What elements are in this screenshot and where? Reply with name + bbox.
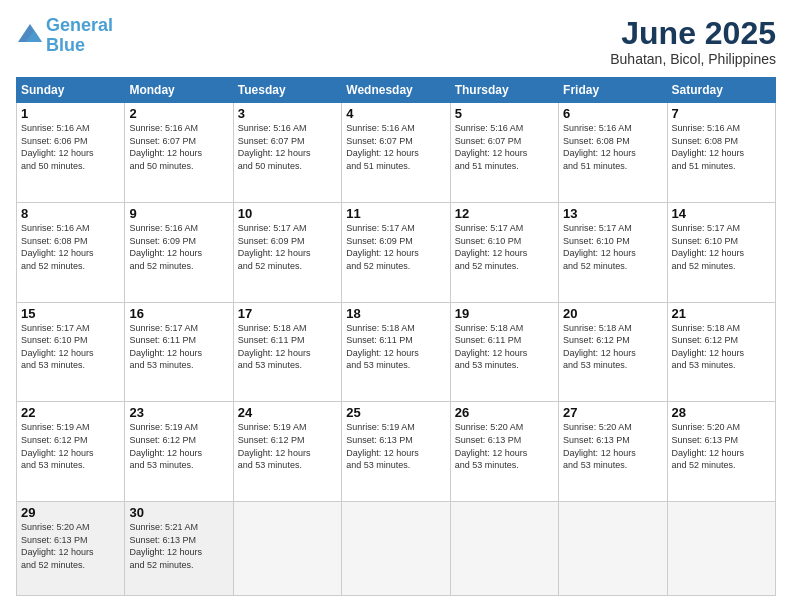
day-number: 8 bbox=[21, 206, 120, 221]
calendar-week-2: 8Sunrise: 5:16 AM Sunset: 6:08 PM Daylig… bbox=[17, 202, 776, 302]
day-info: Sunrise: 5:17 AM Sunset: 6:11 PM Dayligh… bbox=[129, 322, 228, 372]
day-info: Sunrise: 5:16 AM Sunset: 6:08 PM Dayligh… bbox=[672, 122, 771, 172]
day-number: 13 bbox=[563, 206, 662, 221]
weekday-wednesday: Wednesday bbox=[342, 78, 450, 103]
day-info: Sunrise: 5:17 AM Sunset: 6:09 PM Dayligh… bbox=[238, 222, 337, 272]
calendar-cell: 20Sunrise: 5:18 AM Sunset: 6:12 PM Dayli… bbox=[559, 302, 667, 402]
calendar-cell: 12Sunrise: 5:17 AM Sunset: 6:10 PM Dayli… bbox=[450, 202, 558, 302]
day-number: 21 bbox=[672, 306, 771, 321]
day-number: 28 bbox=[672, 405, 771, 420]
calendar-cell: 8Sunrise: 5:16 AM Sunset: 6:08 PM Daylig… bbox=[17, 202, 125, 302]
day-info: Sunrise: 5:16 AM Sunset: 6:08 PM Dayligh… bbox=[21, 222, 120, 272]
calendar-cell: 2Sunrise: 5:16 AM Sunset: 6:07 PM Daylig… bbox=[125, 103, 233, 203]
day-info: Sunrise: 5:16 AM Sunset: 6:07 PM Dayligh… bbox=[455, 122, 554, 172]
calendar-cell: 11Sunrise: 5:17 AM Sunset: 6:09 PM Dayli… bbox=[342, 202, 450, 302]
weekday-tuesday: Tuesday bbox=[233, 78, 341, 103]
calendar-week-3: 15Sunrise: 5:17 AM Sunset: 6:10 PM Dayli… bbox=[17, 302, 776, 402]
calendar-cell: 23Sunrise: 5:19 AM Sunset: 6:12 PM Dayli… bbox=[125, 402, 233, 502]
day-number: 23 bbox=[129, 405, 228, 420]
calendar-table: SundayMondayTuesdayWednesdayThursdayFrid… bbox=[16, 77, 776, 596]
calendar-cell: 16Sunrise: 5:17 AM Sunset: 6:11 PM Dayli… bbox=[125, 302, 233, 402]
calendar-cell bbox=[667, 502, 775, 596]
calendar-cell: 3Sunrise: 5:16 AM Sunset: 6:07 PM Daylig… bbox=[233, 103, 341, 203]
day-number: 16 bbox=[129, 306, 228, 321]
calendar-cell: 7Sunrise: 5:16 AM Sunset: 6:08 PM Daylig… bbox=[667, 103, 775, 203]
day-info: Sunrise: 5:19 AM Sunset: 6:12 PM Dayligh… bbox=[21, 421, 120, 471]
day-number: 26 bbox=[455, 405, 554, 420]
day-info: Sunrise: 5:16 AM Sunset: 6:07 PM Dayligh… bbox=[346, 122, 445, 172]
calendar-cell: 30Sunrise: 5:21 AM Sunset: 6:13 PM Dayli… bbox=[125, 502, 233, 596]
weekday-friday: Friday bbox=[559, 78, 667, 103]
calendar-cell: 13Sunrise: 5:17 AM Sunset: 6:10 PM Dayli… bbox=[559, 202, 667, 302]
day-info: Sunrise: 5:17 AM Sunset: 6:10 PM Dayligh… bbox=[563, 222, 662, 272]
day-number: 2 bbox=[129, 106, 228, 121]
calendar-cell: 28Sunrise: 5:20 AM Sunset: 6:13 PM Dayli… bbox=[667, 402, 775, 502]
day-info: Sunrise: 5:18 AM Sunset: 6:11 PM Dayligh… bbox=[238, 322, 337, 372]
calendar-cell: 21Sunrise: 5:18 AM Sunset: 6:12 PM Dayli… bbox=[667, 302, 775, 402]
calendar-cell: 22Sunrise: 5:19 AM Sunset: 6:12 PM Dayli… bbox=[17, 402, 125, 502]
weekday-saturday: Saturday bbox=[667, 78, 775, 103]
page: General Blue June 2025 Buhatan, Bicol, P… bbox=[0, 0, 792, 612]
calendar-cell: 5Sunrise: 5:16 AM Sunset: 6:07 PM Daylig… bbox=[450, 103, 558, 203]
day-info: Sunrise: 5:16 AM Sunset: 6:07 PM Dayligh… bbox=[129, 122, 228, 172]
calendar-cell: 14Sunrise: 5:17 AM Sunset: 6:10 PM Dayli… bbox=[667, 202, 775, 302]
day-number: 7 bbox=[672, 106, 771, 121]
day-info: Sunrise: 5:17 AM Sunset: 6:10 PM Dayligh… bbox=[21, 322, 120, 372]
day-info: Sunrise: 5:16 AM Sunset: 6:08 PM Dayligh… bbox=[563, 122, 662, 172]
day-number: 18 bbox=[346, 306, 445, 321]
day-number: 12 bbox=[455, 206, 554, 221]
day-number: 10 bbox=[238, 206, 337, 221]
calendar-cell: 10Sunrise: 5:17 AM Sunset: 6:09 PM Dayli… bbox=[233, 202, 341, 302]
day-number: 27 bbox=[563, 405, 662, 420]
day-info: Sunrise: 5:18 AM Sunset: 6:11 PM Dayligh… bbox=[346, 322, 445, 372]
day-info: Sunrise: 5:18 AM Sunset: 6:12 PM Dayligh… bbox=[563, 322, 662, 372]
day-number: 3 bbox=[238, 106, 337, 121]
calendar-cell: 29Sunrise: 5:20 AM Sunset: 6:13 PM Dayli… bbox=[17, 502, 125, 596]
day-number: 30 bbox=[129, 505, 228, 520]
weekday-sunday: Sunday bbox=[17, 78, 125, 103]
day-number: 6 bbox=[563, 106, 662, 121]
calendar-cell: 15Sunrise: 5:17 AM Sunset: 6:10 PM Dayli… bbox=[17, 302, 125, 402]
day-number: 20 bbox=[563, 306, 662, 321]
weekday-thursday: Thursday bbox=[450, 78, 558, 103]
calendar-cell: 24Sunrise: 5:19 AM Sunset: 6:12 PM Dayli… bbox=[233, 402, 341, 502]
calendar-cell bbox=[559, 502, 667, 596]
calendar-cell: 1Sunrise: 5:16 AM Sunset: 6:06 PM Daylig… bbox=[17, 103, 125, 203]
calendar-cell: 6Sunrise: 5:16 AM Sunset: 6:08 PM Daylig… bbox=[559, 103, 667, 203]
calendar-cell bbox=[233, 502, 341, 596]
logo-line2: Blue bbox=[46, 35, 85, 55]
day-number: 1 bbox=[21, 106, 120, 121]
day-number: 11 bbox=[346, 206, 445, 221]
day-info: Sunrise: 5:20 AM Sunset: 6:13 PM Dayligh… bbox=[455, 421, 554, 471]
day-number: 14 bbox=[672, 206, 771, 221]
month-title: June 2025 bbox=[610, 16, 776, 51]
day-info: Sunrise: 5:20 AM Sunset: 6:13 PM Dayligh… bbox=[672, 421, 771, 471]
calendar-week-1: 1Sunrise: 5:16 AM Sunset: 6:06 PM Daylig… bbox=[17, 103, 776, 203]
day-number: 29 bbox=[21, 505, 120, 520]
calendar-cell bbox=[342, 502, 450, 596]
calendar-cell: 27Sunrise: 5:20 AM Sunset: 6:13 PM Dayli… bbox=[559, 402, 667, 502]
day-info: Sunrise: 5:17 AM Sunset: 6:10 PM Dayligh… bbox=[672, 222, 771, 272]
location: Buhatan, Bicol, Philippines bbox=[610, 51, 776, 67]
logo: General Blue bbox=[16, 16, 113, 56]
day-number: 5 bbox=[455, 106, 554, 121]
calendar-cell: 17Sunrise: 5:18 AM Sunset: 6:11 PM Dayli… bbox=[233, 302, 341, 402]
day-info: Sunrise: 5:20 AM Sunset: 6:13 PM Dayligh… bbox=[563, 421, 662, 471]
day-info: Sunrise: 5:19 AM Sunset: 6:13 PM Dayligh… bbox=[346, 421, 445, 471]
day-number: 25 bbox=[346, 405, 445, 420]
day-info: Sunrise: 5:17 AM Sunset: 6:09 PM Dayligh… bbox=[346, 222, 445, 272]
day-number: 4 bbox=[346, 106, 445, 121]
day-info: Sunrise: 5:16 AM Sunset: 6:09 PM Dayligh… bbox=[129, 222, 228, 272]
logo-line1: General bbox=[46, 15, 113, 35]
logo-text: General Blue bbox=[46, 16, 113, 56]
day-number: 19 bbox=[455, 306, 554, 321]
calendar-cell bbox=[450, 502, 558, 596]
weekday-monday: Monday bbox=[125, 78, 233, 103]
day-info: Sunrise: 5:19 AM Sunset: 6:12 PM Dayligh… bbox=[238, 421, 337, 471]
title-area: June 2025 Buhatan, Bicol, Philippines bbox=[610, 16, 776, 67]
day-info: Sunrise: 5:18 AM Sunset: 6:11 PM Dayligh… bbox=[455, 322, 554, 372]
day-info: Sunrise: 5:16 AM Sunset: 6:06 PM Dayligh… bbox=[21, 122, 120, 172]
day-number: 15 bbox=[21, 306, 120, 321]
day-info: Sunrise: 5:16 AM Sunset: 6:07 PM Dayligh… bbox=[238, 122, 337, 172]
calendar-cell: 9Sunrise: 5:16 AM Sunset: 6:09 PM Daylig… bbox=[125, 202, 233, 302]
